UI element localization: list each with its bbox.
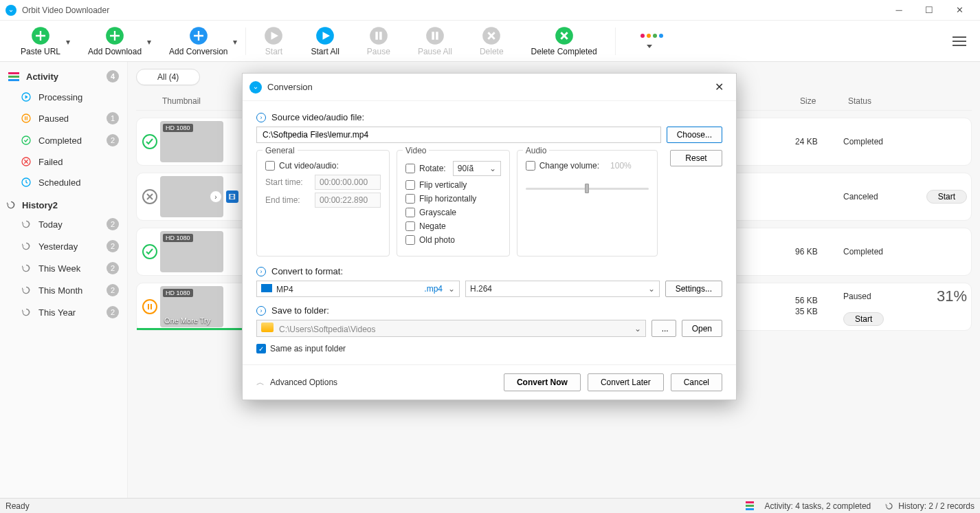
hd-badge: HD 1080 [163,234,193,242]
window-close-button[interactable]: ✕ [944,0,975,21]
delete-completed-label: Delete Completed [531,47,597,56]
chevron-up-icon: ︿ [256,377,265,389]
caret-down-icon[interactable]: ▾ [233,37,237,47]
thumbnail: HD 1080 One More Try [160,286,223,327]
sidebar-item-this-year[interactable]: This Year 2 [0,301,127,323]
file-size: 56 KB [795,296,843,307]
col-size[interactable]: Size [800,96,848,106]
grayscale-checkbox[interactable]: Grayscale [405,208,501,217]
caret-down-icon[interactable]: ▾ [66,37,70,47]
sidebar-history-header[interactable]: History 2 [0,193,127,213]
start-item-button[interactable]: Start [843,312,884,326]
window-minimize-button[interactable]: ─ [884,0,914,21]
change-volume-checkbox[interactable]: Change volume: 100% [526,161,649,171]
thumbnail: HD 1080 [160,231,223,272]
sidebar-item-label: Yesterday [38,241,78,252]
save-folder-select[interactable]: C:\Users\Softpedia\Videos ⌄ [256,320,646,337]
sidebar-item-completed[interactable]: Completed 2 [0,129,127,151]
format-settings-button[interactable]: Settings... [665,281,722,297]
rotate-checkbox[interactable]: Rotate: 90íã⌄ [405,161,501,176]
convert-now-button[interactable]: Convert Now [504,373,581,391]
main-toolbar: Paste URL ▾ Add Download ▾ Add Conversio… [0,21,980,62]
status-history: History: 2 / 2 records [884,501,975,511]
delete-button[interactable]: Delete [466,26,517,56]
paste-url-button[interactable]: Paste URL ▾ [7,26,74,56]
app-title: Orbit Video Downloader [22,6,884,15]
sidebar-item-processing[interactable]: Processing [0,87,127,107]
list-icon [746,501,754,510]
folder-icon [261,323,274,332]
sidebar-item-this-week[interactable]: This Week 2 [0,257,127,279]
start-time-input[interactable] [315,175,381,190]
start-item-button[interactable]: Start [926,190,967,204]
advanced-options-toggle[interactable]: ︿Advanced Options [256,377,337,389]
sidebar-item-this-month[interactable]: This Month 2 [0,279,127,301]
next-thumbnail-icon[interactable]: › [210,190,222,203]
window-maximize-button[interactable]: ☐ [914,0,944,21]
sidebar-activity-header[interactable]: Activity 4 [0,66,127,87]
reset-button[interactable]: Reset [670,150,722,166]
source-file-input[interactable] [256,127,661,143]
app-logo-icon [5,5,16,16]
browse-folder-button[interactable]: ... [652,320,676,337]
pause-all-label: Pause All [418,47,452,56]
same-as-input-checkbox[interactable]: ✓ Same as input folder [256,344,346,353]
add-conversion-button[interactable]: Add Conversion ▾ [155,26,241,56]
filter-tab-all[interactable]: All (4) [136,69,200,85]
conversion-dialog: Conversion ✕ › Source video/audio file: … [242,73,737,400]
pause-button[interactable]: Pause [353,26,404,56]
add-download-label: Add Download [88,47,142,56]
state-completed-icon [140,243,160,260]
open-folder-button[interactable]: Open [682,320,722,337]
start-button[interactable]: Start [250,26,297,56]
old-photo-checkbox[interactable]: Old photo [405,235,501,245]
col-status[interactable]: Status [848,96,972,106]
start-time-label: Start time: [265,177,309,187]
codec-select[interactable]: H.264⌄ [465,281,660,297]
volume-slider[interactable] [526,182,649,195]
plus-circle-icon [189,26,208,45]
convert-later-button[interactable]: Convert Later [588,373,664,391]
state-paused-icon [140,298,160,315]
video-panel: Video Rotate: 90íã⌄ Flip vertically Flip… [397,150,510,256]
play-circle-icon [315,26,335,45]
choose-file-button[interactable]: Choose... [667,127,722,143]
convert-to-section: › Convert to format: [256,266,722,276]
add-download-button[interactable]: Add Download ▾ [74,26,155,56]
delete-completed-button[interactable]: Delete Completed [517,26,611,56]
sidebar-item-paused[interactable]: Paused 1 [0,107,127,129]
cancel-button[interactable]: Cancel [671,373,722,391]
sidebar-item-count: 2 [107,284,119,296]
end-time-input[interactable] [315,193,381,208]
sidebar-item-label: Completed [38,135,82,146]
rotate-select[interactable]: 90íã⌄ [453,161,501,176]
thumbnail: HD 1080 [160,121,223,162]
sidebar-item-yesterday[interactable]: Yesterday 2 [0,235,127,257]
clock-icon [21,177,32,188]
format-select[interactable]: MP4 .mp4 ⌄ [256,281,460,297]
sidebar-item-scheduled[interactable]: Scheduled [0,172,127,193]
thumbnail-caption: One More Try [164,316,210,325]
sidebar-item-label: This Week [38,263,80,274]
sidebar-item-failed[interactable]: Failed [0,151,127,172]
history-count: 2 [53,200,58,210]
format-ext: .mp4 [424,284,443,294]
pause-circle-icon [369,26,388,45]
source-file-section: › Source video/audio file: [256,112,722,122]
sidebar-item-today[interactable]: Today 2 [0,213,127,235]
col-thumbnail[interactable]: Thumbnail [162,96,228,106]
negate-checkbox[interactable]: Negate [405,221,501,231]
app-logo-icon [249,81,262,94]
color-menu-button[interactable] [620,34,677,48]
start-all-button[interactable]: Start All [297,26,353,56]
sidebar-item-count: 2 [107,306,119,318]
sidebar-item-label: Paused [38,113,69,124]
dialog-close-button[interactable]: ✕ [709,78,729,96]
status-text: Completed [843,137,967,146]
caret-down-icon[interactable]: ▾ [147,37,151,47]
cut-video-checkbox[interactable]: Cut video/audio: [265,161,381,171]
pause-all-button[interactable]: Pause All [404,26,466,56]
flip-horizontal-checkbox[interactable]: Flip horizontally [405,194,501,204]
menu-button[interactable] [953,34,966,49]
flip-vertical-checkbox[interactable]: Flip vertically [405,180,501,190]
